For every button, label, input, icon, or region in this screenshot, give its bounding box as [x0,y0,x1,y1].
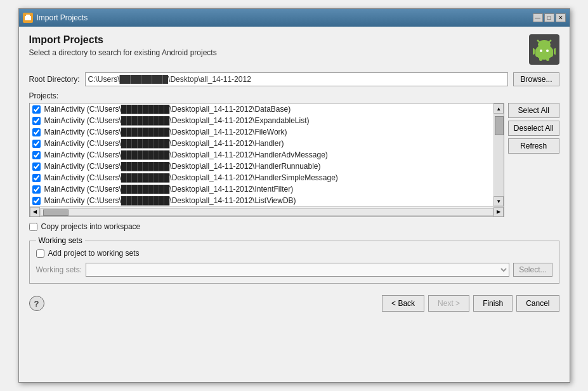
select-all-button[interactable]: Select All [508,103,559,118]
deselect-all-button[interactable]: Deselect All [508,121,559,136]
close-button[interactable]: ✕ [556,13,566,22]
project-checkbox-5[interactable] [32,162,41,171]
copy-projects-row: Copy projects into workspace [29,222,559,231]
project-item-0: MainActivity (C:\Users\█████████\Desktop… [30,103,493,115]
horizontal-scrollbar: ◀ ▶ [30,206,504,216]
svg-point-5 [546,50,549,52]
bottom-section: Copy projects into workspace Working set… [29,222,559,290]
scroll-right-arrow[interactable]: ▶ [493,207,504,217]
project-checkbox-3[interactable] [32,140,41,148]
projects-list[interactable]: MainActivity (C:\Users\█████████\Desktop… [30,103,493,206]
navigation-row: ? < Back Next > Finish Cancel [29,290,559,314]
project-item-2: MainActivity (C:\Users\█████████\Desktop… [30,126,493,138]
project-item-6: MainActivity (C:\Users\█████████\Desktop… [30,172,493,183]
svg-rect-13 [539,56,542,61]
project-text-1: MainActivity (C:\Users\█████████\Desktop… [44,116,310,125]
nav-buttons: < Back Next > Finish Cancel [382,295,559,312]
add-working-sets-label[interactable]: Add project to working sets [48,249,140,258]
svg-rect-0 [25,16,31,20]
header-section: Import Projects Select a directory to se… [29,34,559,65]
h-scroll-track [40,208,493,216]
maximize-button[interactable]: □ [544,13,554,22]
project-checkbox-6[interactable] [32,174,41,182]
project-checkbox-4[interactable] [32,151,41,159]
scroll-thumb-area [494,114,504,196]
window-title: Import Projects [37,13,88,22]
android-logo [529,34,559,65]
project-checkbox-7[interactable] [32,185,41,194]
scroll-thumb[interactable] [495,116,504,135]
project-text-6: MainActivity (C:\Users\█████████\Desktop… [44,173,338,182]
svg-point-8 [537,40,539,42]
copy-projects-checkbox[interactable] [29,223,37,231]
scroll-up-arrow[interactable]: ▲ [493,103,504,114]
svg-point-10 [538,40,551,49]
projects-label: Projects: [29,91,559,100]
browse-button[interactable]: Browse... [513,72,559,86]
help-area: ? [29,296,44,311]
svg-rect-1 [26,15,30,17]
project-checkbox-2[interactable] [32,128,41,136]
projects-area: MainActivity (C:\Users\█████████\Desktop… [29,103,559,217]
project-checkbox-0[interactable] [32,105,41,114]
working-sets-select[interactable] [86,263,509,277]
side-buttons: Select All Deselect All Refresh [508,103,559,217]
dialog-content: Import Projects Select a directory to se… [19,27,570,382]
title-bar-left: Import Projects [23,13,88,23]
project-text-3: MainActivity (C:\Users\█████████\Desktop… [44,139,284,148]
title-bar: Import Projects — □ ✕ [19,9,570,27]
scroll-down-arrow[interactable]: ▼ [493,196,504,206]
dialog-subtitle: Select a directory to search for existin… [29,48,217,57]
svg-rect-14 [546,56,549,61]
project-item-5: MainActivity (C:\Users\█████████\Desktop… [30,161,493,172]
header-text: Import Projects Select a directory to se… [29,34,217,57]
h-scroll-thumb[interactable] [43,209,69,216]
project-text-5: MainActivity (C:\Users\█████████\Desktop… [44,162,321,171]
project-item-4: MainActivity (C:\Users\█████████\Desktop… [30,149,493,161]
svg-rect-3 [535,48,553,57]
working-sets-select-button[interactable]: Select... [513,263,552,277]
window-controls: — □ ✕ [533,13,566,22]
add-to-working-sets-row: Add project to working sets [36,249,552,258]
project-item-3: MainActivity (C:\Users\█████████\Desktop… [30,138,493,149]
minimize-button[interactable]: — [533,13,543,22]
svg-point-4 [540,50,542,52]
next-button[interactable]: Next > [428,295,469,312]
project-item-7: MainActivity (C:\Users\█████████\Desktop… [30,183,493,195]
root-directory-input[interactable] [85,72,509,86]
dialog-title: Import Projects [29,34,217,46]
back-button[interactable]: < Back [382,295,424,312]
window-icon [23,13,33,23]
project-text-8: MainActivity (C:\Users\█████████\Desktop… [44,196,296,205]
working-sets-legend: Working sets [36,236,85,245]
root-directory-label: Root Directory: [29,75,80,84]
copy-projects-label[interactable]: Copy projects into workspace [41,222,141,231]
root-directory-row: Root Directory: Browse... [29,72,559,86]
working-sets-input-row: Working sets: Select... [36,263,552,277]
working-sets-group: Working sets Add project to working sets… [29,236,559,284]
working-sets-title: Working sets [39,236,82,245]
project-text-4: MainActivity (C:\Users\█████████\Desktop… [44,150,328,159]
svg-rect-11 [533,48,535,55]
working-sets-dropdown-wrapper [86,263,509,277]
vertical-scrollbar[interactable]: ▲ ▼ [493,103,504,206]
import-projects-window: Import Projects — □ ✕ Import Projects Se… [18,8,570,383]
svg-rect-12 [554,48,556,55]
project-item-8: MainActivity (C:\Users\█████████\Desktop… [30,195,493,206]
projects-inner: MainActivity (C:\Users\█████████\Desktop… [30,103,504,206]
project-checkbox-8[interactable] [32,197,41,205]
scroll-left-arrow[interactable]: ◀ [30,207,40,217]
project-item-1: MainActivity (C:\Users\█████████\Desktop… [30,115,493,126]
cancel-button[interactable]: Cancel [516,295,559,312]
finish-button[interactable]: Finish [473,295,513,312]
project-text-2: MainActivity (C:\Users\█████████\Desktop… [44,128,287,136]
help-button[interactable]: ? [29,296,44,311]
project-text-0: MainActivity (C:\Users\█████████\Desktop… [44,105,291,114]
add-working-sets-checkbox[interactable] [36,249,44,258]
project-checkbox-1[interactable] [32,117,41,125]
projects-list-container: MainActivity (C:\Users\█████████\Desktop… [29,103,504,217]
project-text-7: MainActivity (C:\Users\█████████\Desktop… [44,185,294,194]
working-sets-input-label: Working sets: [36,265,82,274]
refresh-button[interactable]: Refresh [508,138,559,154]
svg-point-9 [549,40,551,42]
